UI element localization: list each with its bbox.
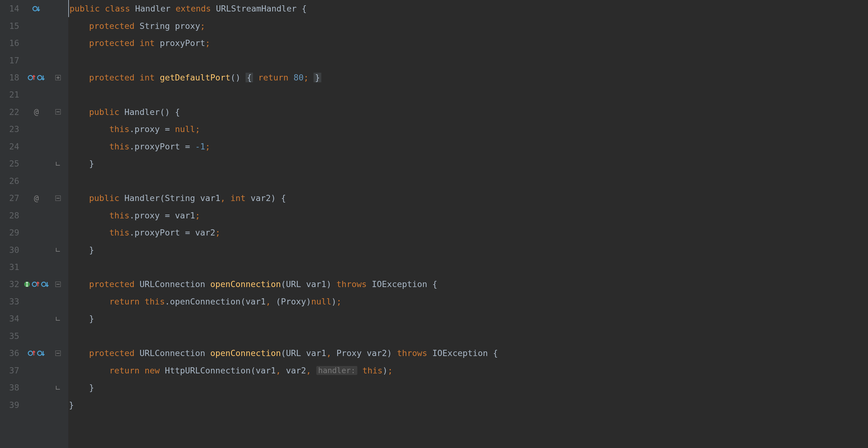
- gutter-row[interactable]: 14: [0, 0, 68, 17]
- gutter-row[interactable]: 35: [0, 327, 68, 345]
- gutter-markers[interactable]: [19, 5, 53, 13]
- code-line[interactable]: protected int getDefaultPort() { return …: [68, 69, 868, 86]
- code-line[interactable]: [68, 86, 868, 103]
- tok-param: var2: [286, 366, 306, 375]
- tok-eq: =: [185, 142, 190, 151]
- code-line[interactable]: }: [68, 379, 868, 396]
- tok-field: proxyPort: [134, 228, 180, 237]
- tok-param: var2: [251, 193, 271, 203]
- tok-keyword: new: [145, 366, 160, 375]
- gutter-markers[interactable]: [19, 73, 53, 82]
- fold-collapse[interactable]: [53, 281, 63, 287]
- tok-brace: }: [69, 400, 74, 410]
- code-line[interactable]: [68, 259, 868, 275]
- line-number: 16: [0, 38, 19, 48]
- gutter-row[interactable]: 25: [0, 155, 68, 172]
- tok-ctor: Handler: [124, 193, 160, 203]
- tok-paren: ): [165, 107, 170, 117]
- gutter-row[interactable]: 26: [0, 173, 68, 189]
- gutter-markers[interactable]: [19, 349, 53, 357]
- line-number: 28: [0, 211, 19, 220]
- gutter-row[interactable]: 32: [0, 275, 68, 293]
- tok-keyword: class: [105, 4, 130, 13]
- code-line[interactable]: protected String proxy;: [68, 17, 868, 34]
- fold-expand[interactable]: [53, 75, 63, 81]
- fold-end[interactable]: [53, 385, 63, 390]
- gutter-markers[interactable]: @: [19, 107, 53, 117]
- editor-gutter[interactable]: 14 15 16 17 18: [0, 0, 68, 448]
- gutter-row[interactable]: 38: [0, 379, 68, 396]
- tok-paren: (: [160, 107, 165, 117]
- code-line[interactable]: [68, 173, 868, 189]
- code-line[interactable]: }: [68, 155, 868, 172]
- gutter-row[interactable]: 34: [0, 310, 68, 327]
- tok-paren: (: [276, 297, 281, 306]
- code-line[interactable]: public class Handler extends URLStreamHa…: [68, 0, 868, 17]
- code-line[interactable]: [68, 327, 868, 345]
- gutter-row[interactable]: 15: [0, 17, 68, 34]
- override-up-icon[interactable]: [32, 280, 40, 288]
- tok-paren: ): [326, 279, 331, 289]
- code-line[interactable]: this.proxyPort = -1;: [68, 138, 868, 155]
- annotation-icon[interactable]: @: [34, 193, 39, 203]
- tok-eq: =: [165, 124, 170, 134]
- gutter-row[interactable]: 17: [0, 52, 68, 69]
- override-up-icon[interactable]: [28, 349, 36, 357]
- override-down-icon[interactable]: [37, 73, 45, 82]
- gutter-row[interactable]: 37: [0, 362, 68, 379]
- gutter-row[interactable]: 29: [0, 224, 68, 241]
- code-line[interactable]: protected int proxyPort;: [68, 34, 868, 52]
- tok-dot: .: [129, 142, 134, 151]
- gutter-row[interactable]: 24: [0, 138, 68, 155]
- override-down-icon[interactable]: [37, 349, 45, 357]
- code-area[interactable]: public class Handler extends URLStreamHa…: [68, 0, 868, 448]
- fold-collapse[interactable]: [53, 109, 63, 115]
- code-line[interactable]: public Handler() {: [68, 103, 868, 121]
- fold-collapse[interactable]: [53, 196, 63, 201]
- code-line[interactable]: protected URLConnection openConnection(U…: [68, 345, 868, 362]
- code-line[interactable]: }: [68, 241, 868, 258]
- tok-keyword: this: [109, 211, 129, 220]
- code-line[interactable]: return new HttpURLConnection(var1, var2,…: [68, 362, 868, 379]
- fold-end[interactable]: [53, 316, 63, 322]
- gutter-row[interactable]: 22 @: [0, 103, 68, 121]
- fold-collapse[interactable]: [53, 351, 63, 356]
- fold-end[interactable]: [53, 247, 63, 252]
- gutter-markers[interactable]: @: [19, 193, 53, 203]
- code-line[interactable]: this.proxy = var1;: [68, 207, 868, 224]
- gutter-row[interactable]: 28: [0, 207, 68, 224]
- code-line[interactable]: this.proxy = null;: [68, 121, 868, 138]
- gutter-row[interactable]: 23: [0, 121, 68, 138]
- fold-end[interactable]: [53, 161, 63, 167]
- gutter-row[interactable]: 18: [0, 69, 68, 86]
- tok-paren: ): [236, 73, 241, 82]
- impl-icon[interactable]: [24, 281, 30, 288]
- tok-keyword: this: [145, 297, 165, 306]
- gutter-markers[interactable]: [19, 280, 53, 288]
- gutter-row[interactable]: 16: [0, 34, 68, 52]
- tok-dot: .: [129, 124, 134, 134]
- code-editor[interactable]: 14 15 16 17 18: [0, 0, 868, 448]
- gutter-row[interactable]: 36: [0, 345, 68, 362]
- gutter-row[interactable]: 33: [0, 293, 68, 310]
- tok-paren: (: [281, 348, 286, 358]
- gutter-row[interactable]: 30: [0, 241, 68, 258]
- annotation-icon[interactable]: @: [34, 107, 39, 117]
- line-number: 35: [0, 331, 19, 341]
- override-down-icon[interactable]: [41, 280, 49, 288]
- override-up-icon[interactable]: [28, 73, 36, 82]
- code-line[interactable]: [68, 52, 868, 69]
- code-line[interactable]: }: [68, 396, 868, 413]
- code-line[interactable]: this.proxyPort = var2;: [68, 224, 868, 241]
- gutter-row[interactable]: 39: [0, 396, 68, 413]
- code-line[interactable]: protected URLConnection openConnection(U…: [68, 275, 868, 293]
- code-line[interactable]: public Handler(String var1, int var2) {: [68, 189, 868, 207]
- line-number: 30: [0, 245, 19, 255]
- gutter-row[interactable]: 31: [0, 259, 68, 275]
- override-down-icon[interactable]: [32, 5, 40, 13]
- tok-field: proxy: [134, 124, 160, 134]
- code-line[interactable]: return this.openConnection(var1, (Proxy)…: [68, 293, 868, 310]
- code-line[interactable]: }: [68, 310, 868, 327]
- gutter-row[interactable]: 27 @: [0, 189, 68, 207]
- gutter-row[interactable]: 21: [0, 86, 68, 103]
